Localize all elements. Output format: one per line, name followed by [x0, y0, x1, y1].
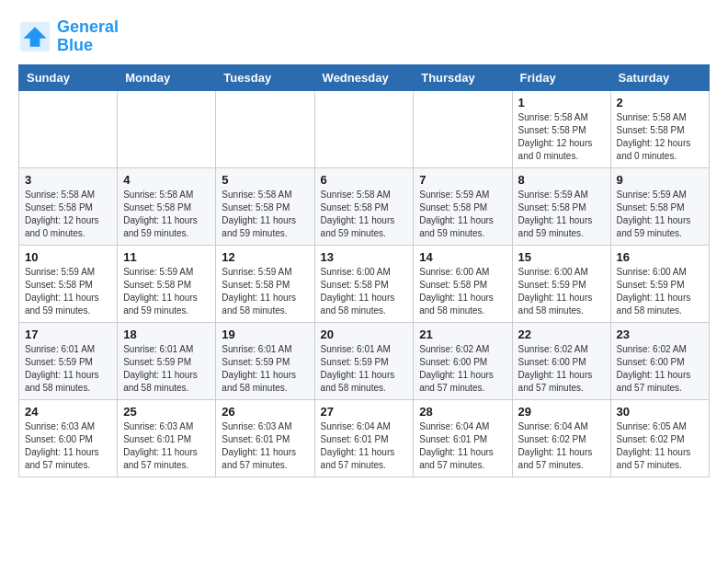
day-number: 1 — [518, 96, 605, 109]
col-header-thursday: Thursday — [414, 64, 512, 90]
day-number: 18 — [123, 327, 210, 341]
week-row-4: 17Sunrise: 6:01 AM Sunset: 5:59 PM Dayli… — [19, 322, 710, 399]
day-number: 25 — [123, 405, 210, 419]
day-number: 11 — [123, 250, 210, 264]
logo-text: General Blue — [57, 18, 119, 55]
day-cell: 16Sunrise: 6:00 AM Sunset: 5:59 PM Dayli… — [610, 245, 709, 322]
day-cell: 23Sunrise: 6:02 AM Sunset: 6:00 PM Dayli… — [610, 322, 709, 399]
day-cell: 7Sunrise: 5:59 AM Sunset: 5:58 PM Daylig… — [414, 167, 512, 245]
col-header-saturday: Saturday — [610, 64, 709, 90]
day-number: 24 — [25, 405, 111, 419]
day-number: 2 — [617, 96, 703, 109]
day-cell: 29Sunrise: 6:04 AM Sunset: 6:02 PM Dayli… — [512, 399, 610, 477]
day-number: 7 — [419, 173, 506, 187]
day-info: Sunrise: 5:59 AM Sunset: 5:58 PM Dayligh… — [222, 266, 308, 317]
day-info: Sunrise: 6:02 AM Sunset: 6:00 PM Dayligh… — [419, 343, 506, 395]
day-number: 28 — [419, 405, 506, 419]
day-info: Sunrise: 6:02 AM Sunset: 6:00 PM Dayligh… — [617, 343, 703, 395]
day-info: Sunrise: 6:00 AM Sunset: 5:58 PM Dayligh… — [321, 266, 408, 317]
day-info: Sunrise: 6:00 AM Sunset: 5:59 PM Dayligh… — [518, 266, 605, 317]
day-info: Sunrise: 6:00 AM Sunset: 5:59 PM Dayligh… — [617, 266, 703, 317]
day-cell: 8Sunrise: 5:59 AM Sunset: 5:58 PM Daylig… — [512, 167, 610, 245]
day-info: Sunrise: 6:01 AM Sunset: 5:59 PM Dayligh… — [321, 343, 408, 395]
day-cell: 24Sunrise: 6:03 AM Sunset: 6:00 PM Dayli… — [19, 399, 118, 477]
day-cell: 9Sunrise: 5:59 AM Sunset: 5:58 PM Daylig… — [610, 167, 709, 245]
day-number: 16 — [617, 250, 703, 264]
day-info: Sunrise: 6:00 AM Sunset: 5:58 PM Dayligh… — [419, 266, 506, 317]
day-info: Sunrise: 5:59 AM Sunset: 5:58 PM Dayligh… — [617, 189, 703, 240]
day-number: 3 — [25, 173, 111, 187]
day-cell — [314, 90, 414, 167]
col-header-monday: Monday — [118, 64, 216, 90]
logo: General Blue — [18, 18, 119, 55]
day-info: Sunrise: 6:03 AM Sunset: 6:01 PM Dayligh… — [222, 420, 308, 472]
day-number: 14 — [419, 250, 506, 264]
day-number: 21 — [419, 327, 506, 341]
day-cell: 19Sunrise: 6:01 AM Sunset: 5:59 PM Dayli… — [216, 322, 314, 399]
day-info: Sunrise: 5:58 AM Sunset: 5:58 PM Dayligh… — [123, 189, 210, 240]
day-number: 10 — [25, 250, 111, 264]
day-cell: 12Sunrise: 5:59 AM Sunset: 5:58 PM Dayli… — [216, 245, 314, 322]
day-number: 9 — [617, 173, 703, 187]
day-number: 8 — [518, 173, 605, 187]
day-number: 15 — [518, 250, 605, 264]
day-info: Sunrise: 6:03 AM Sunset: 6:01 PM Dayligh… — [123, 420, 210, 472]
day-info: Sunrise: 6:03 AM Sunset: 6:00 PM Dayligh… — [25, 420, 111, 472]
page-header: General Blue — [18, 18, 710, 55]
day-info: Sunrise: 5:59 AM Sunset: 5:58 PM Dayligh… — [419, 189, 506, 240]
day-cell: 26Sunrise: 6:03 AM Sunset: 6:01 PM Dayli… — [216, 399, 314, 477]
day-cell: 4Sunrise: 5:58 AM Sunset: 5:58 PM Daylig… — [118, 167, 216, 245]
day-cell: 25Sunrise: 6:03 AM Sunset: 6:01 PM Dayli… — [118, 399, 216, 477]
day-info: Sunrise: 6:04 AM Sunset: 6:01 PM Dayligh… — [321, 420, 408, 472]
col-header-wednesday: Wednesday — [314, 64, 414, 90]
day-cell — [216, 90, 314, 167]
day-info: Sunrise: 6:01 AM Sunset: 5:59 PM Dayligh… — [25, 343, 111, 395]
day-cell — [118, 90, 216, 167]
day-number: 17 — [25, 327, 111, 341]
day-number: 5 — [222, 173, 308, 187]
day-info: Sunrise: 5:58 AM Sunset: 5:58 PM Dayligh… — [25, 189, 111, 240]
day-info: Sunrise: 5:58 AM Sunset: 5:58 PM Dayligh… — [518, 111, 605, 163]
day-cell: 3Sunrise: 5:58 AM Sunset: 5:58 PM Daylig… — [19, 167, 118, 245]
week-row-5: 24Sunrise: 6:03 AM Sunset: 6:00 PM Dayli… — [19, 399, 710, 477]
day-number: 6 — [321, 173, 408, 187]
day-number: 19 — [222, 327, 308, 341]
day-cell: 28Sunrise: 6:04 AM Sunset: 6:01 PM Dayli… — [414, 399, 512, 477]
day-info: Sunrise: 6:02 AM Sunset: 6:00 PM Dayligh… — [518, 343, 605, 395]
day-info: Sunrise: 6:01 AM Sunset: 5:59 PM Dayligh… — [222, 343, 308, 395]
day-cell: 27Sunrise: 6:04 AM Sunset: 6:01 PM Dayli… — [314, 399, 414, 477]
day-cell: 6Sunrise: 5:58 AM Sunset: 5:58 PM Daylig… — [314, 167, 414, 245]
day-number: 27 — [321, 405, 408, 419]
day-number: 23 — [617, 327, 703, 341]
logo-icon — [18, 20, 51, 53]
col-header-sunday: Sunday — [19, 64, 118, 90]
day-info: Sunrise: 5:59 AM Sunset: 5:58 PM Dayligh… — [25, 266, 111, 317]
day-cell: 10Sunrise: 5:59 AM Sunset: 5:58 PM Dayli… — [19, 245, 118, 322]
day-cell: 2Sunrise: 5:58 AM Sunset: 5:58 PM Daylig… — [610, 90, 709, 167]
day-info: Sunrise: 5:59 AM Sunset: 5:58 PM Dayligh… — [518, 189, 605, 240]
col-header-friday: Friday — [512, 64, 610, 90]
day-cell: 22Sunrise: 6:02 AM Sunset: 6:00 PM Dayli… — [512, 322, 610, 399]
day-cell: 14Sunrise: 6:00 AM Sunset: 5:58 PM Dayli… — [414, 245, 512, 322]
day-cell: 15Sunrise: 6:00 AM Sunset: 5:59 PM Dayli… — [512, 245, 610, 322]
day-info: Sunrise: 6:04 AM Sunset: 6:01 PM Dayligh… — [419, 420, 506, 472]
week-row-2: 3Sunrise: 5:58 AM Sunset: 5:58 PM Daylig… — [19, 167, 710, 245]
day-cell — [19, 90, 118, 167]
day-info: Sunrise: 5:58 AM Sunset: 5:58 PM Dayligh… — [222, 189, 308, 240]
day-cell: 17Sunrise: 6:01 AM Sunset: 5:59 PM Dayli… — [19, 322, 118, 399]
day-cell: 13Sunrise: 6:00 AM Sunset: 5:58 PM Dayli… — [314, 245, 414, 322]
week-row-3: 10Sunrise: 5:59 AM Sunset: 5:58 PM Dayli… — [19, 245, 710, 322]
day-info: Sunrise: 6:04 AM Sunset: 6:02 PM Dayligh… — [518, 420, 605, 472]
day-info: Sunrise: 5:58 AM Sunset: 5:58 PM Dayligh… — [321, 189, 408, 240]
week-row-1: 1Sunrise: 5:58 AM Sunset: 5:58 PM Daylig… — [19, 90, 710, 167]
day-number: 13 — [321, 250, 408, 264]
calendar-table: SundayMondayTuesdayWednesdayThursdayFrid… — [18, 64, 710, 477]
day-number: 30 — [617, 405, 703, 419]
day-cell: 21Sunrise: 6:02 AM Sunset: 6:00 PM Dayli… — [414, 322, 512, 399]
day-number: 29 — [518, 405, 605, 419]
day-cell: 18Sunrise: 6:01 AM Sunset: 5:59 PM Dayli… — [118, 322, 216, 399]
day-number: 20 — [321, 327, 408, 341]
day-cell: 1Sunrise: 5:58 AM Sunset: 5:58 PM Daylig… — [512, 90, 610, 167]
day-info: Sunrise: 5:59 AM Sunset: 5:58 PM Dayligh… — [123, 266, 210, 317]
day-number: 26 — [222, 405, 308, 419]
